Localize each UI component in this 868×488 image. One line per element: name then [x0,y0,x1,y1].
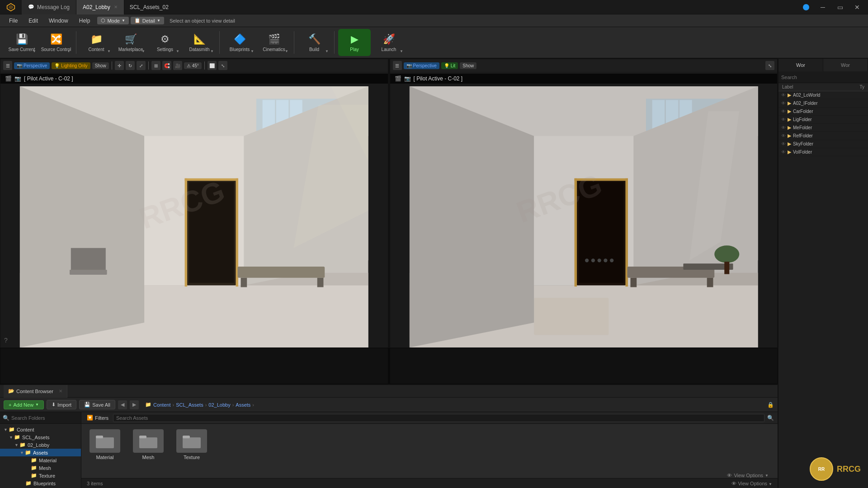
vp-left-perspective[interactable]: 📷 Perspective [14,62,50,69]
vp-left-show[interactable]: Show [92,62,109,69]
marketplace-button[interactable]: 🛒 Marketplace ▼ [114,29,147,56]
vp-icon-grid[interactable]: ⊞ [151,61,160,70]
bookmark-icon: 🎬 [5,75,12,82]
rp-item-reffolder[interactable]: 👁 ▶ RefFolder [778,132,868,140]
close-button[interactable]: ✕ [850,0,864,14]
view-options-left[interactable]: 👁 View Options ▼ [731,481,772,486]
rp-item-a02-loworld[interactable]: 👁 ▶ A02_LoWorld [778,91,868,99]
tree-texture[interactable]: 📁 Texture [0,472,81,479]
asset-mesh-folder[interactable]: Mesh [130,429,166,460]
vp-right-show[interactable]: Show [460,62,476,69]
rp-tab-world-2[interactable]: Wor [823,59,868,71]
viewport-left[interactable]: ☰ 📷 Perspective 💡 Lighting Only Show ✛ ↻… [0,59,388,348]
vp-right-menu[interactable]: ☰ [393,61,402,70]
viewport-right[interactable]: ☰ 📷 Perspective 💡 Lit Show ⤡ 🎬 📷 [390,59,778,348]
svg-rect-18 [238,267,325,278]
right-panel-tree: 👁 ▶ A02_LoWorld 👁 ▶ A02_IFolder 👁 ▶ CarF… [778,91,868,488]
vp-right-lighting[interactable]: 💡 Lit [441,62,458,69]
rp-item-carfolder[interactable]: 👁 ▶ CarFolder [778,108,868,116]
vp-left-lighting[interactable]: 💡 Lighting Only [52,62,90,69]
content-browser-tab[interactable]: 📂 Content Browser ✕ [4,385,67,398]
build-button[interactable]: 🔨 Build ▼ [298,29,330,56]
tree-mesh[interactable]: 📁 Mesh [0,464,81,472]
menu-help[interactable]: Help [74,14,96,27]
minimize-button[interactable]: ─ [816,0,830,14]
rp-item-skyfolder[interactable]: 👁 ▶ SkyFolder [778,140,868,148]
vp-icon-rotate[interactable]: ↻ [126,61,135,70]
svg-rect-19 [241,278,247,287]
save-all-button[interactable]: 💾 Save All [79,400,115,409]
path-scl-assets[interactable]: SCL_Assets [176,402,203,408]
source-control-button[interactable]: 🔀 Source Control ▼ [40,29,72,56]
svg-rect-44 [630,278,637,287]
tree-blueprints[interactable]: 📁 Blueprints [0,479,81,487]
path-02-lobby[interactable]: 02_Lobby [208,402,230,408]
folder-icon-4: ▶ [788,125,791,131]
folder-search-input[interactable] [11,415,78,421]
settings-button[interactable]: ⚙ Settings ▼ [149,29,181,56]
cb-tab-close[interactable]: ✕ [59,389,62,394]
asset-texture-folder[interactable]: Texture [174,429,210,460]
nav-back-button[interactable]: ◀ [118,400,127,409]
assets-search-input[interactable] [113,414,764,422]
play-button[interactable]: ▶ Play [338,29,371,56]
tree-assets[interactable]: ▼ 📁 Assets [0,449,81,456]
vp-right-maximize[interactable]: ⤡ [765,61,774,70]
tree-content[interactable]: ▼ 📁 Content [0,426,81,433]
tab-message-log[interactable]: 💬 Message Log [22,0,76,14]
nav-forward-button[interactable]: ▶ [130,400,139,409]
menu-file[interactable]: File [4,14,23,27]
vp-icon-translate[interactable]: ✛ [115,61,124,70]
assets-grid: Material Mesh [81,424,778,478]
source-control-arrow: ▼ [67,49,71,53]
content-button[interactable]: 📁 Content ▼ [80,29,113,56]
viewport-right-canvas: RRCG [390,86,778,347]
datasmith-button[interactable]: 📐 Datasmith ▼ [183,29,216,56]
vp-icon-viewport-options[interactable]: ⬜ [208,61,217,70]
menu-edit[interactable]: Edit [23,14,43,27]
svg-rect-65 [183,437,201,448]
datasmith-arrow: ▼ [210,49,214,53]
rrcg-brand-text: RRCG [837,465,861,474]
vp-left-menu[interactable]: ☰ [3,61,12,70]
folder-icon-7: ▶ [788,149,791,155]
tree-02-lobby[interactable]: ▼ 📁 02_Lobby [0,441,81,449]
detail-button[interactable]: 📋 Detail ▼ [131,17,164,24]
right-panel-search [778,71,868,83]
tree-material[interactable]: 📁 Material [0,456,81,464]
vp-icon-maximize[interactable]: ⤡ [218,61,227,70]
asset-material-folder[interactable]: Material [87,429,123,460]
blueprints-button[interactable]: 🔷 Blueprints ▼ [223,29,256,56]
launch-button[interactable]: 🚀 Launch ▼ [373,29,405,56]
menubar: File Edit Window Help ⬡ Mode ▼ 📋 Detail … [0,14,868,27]
vp-icon-snap[interactable]: 🧲 [162,61,171,70]
rp-item-a02-ifolder[interactable]: 👁 ▶ A02_IFolder [778,99,868,108]
rp-item-mefolder[interactable]: 👁 ▶ MeFolder [778,124,868,132]
rp-tab-world-1[interactable]: Wor [778,59,823,71]
save-current-button[interactable]: 💾 Save Current ▼ [5,29,38,56]
path-assets[interactable]: Assets [236,402,250,408]
tab-a02-lobby[interactable]: A02_Lobby ✕ [76,0,124,14]
mode-button[interactable]: ⬡ Mode ▼ [97,17,128,24]
path-content[interactable]: Content [153,402,171,408]
maximize-button[interactable]: ▭ [833,0,847,14]
rp-item-ligfolder[interactable]: 👁 ▶ LigFolder [778,116,868,124]
rp-item-volfolder[interactable]: 👁 ▶ VolFolder [778,148,868,156]
rrcg-logo-circle: RR [810,457,833,481]
vp-icon-scale[interactable]: ⤢ [137,61,146,70]
cinematics-button[interactable]: 🎬 Cinematics ▼ [258,29,290,56]
vp-angle[interactable]: ⚠ 45° [184,62,202,69]
import-button[interactable]: ⬇ Import [47,400,76,409]
vp-left-help[interactable]: ? [4,337,8,344]
vp-right-perspective[interactable]: 📷 Perspective [404,62,439,69]
blueprints-icon: 🔷 [234,33,246,45]
right-panel-search-input[interactable] [781,75,865,80]
view-options-right[interactable]: 👁 View Options ▼ [727,473,769,478]
svg-rect-22 [71,248,106,270]
vp-icon-camera-speed[interactable]: 🎥 [173,61,182,70]
tree-scl-assets[interactable]: ▼ 📁 SCL_Assets [0,433,81,441]
menu-window[interactable]: Window [43,14,74,27]
source-control-icon: 🔀 [50,33,62,45]
filters-button[interactable]: 🔽 Filters [85,415,110,421]
add-new-button[interactable]: + Add New ▼ [4,400,44,409]
